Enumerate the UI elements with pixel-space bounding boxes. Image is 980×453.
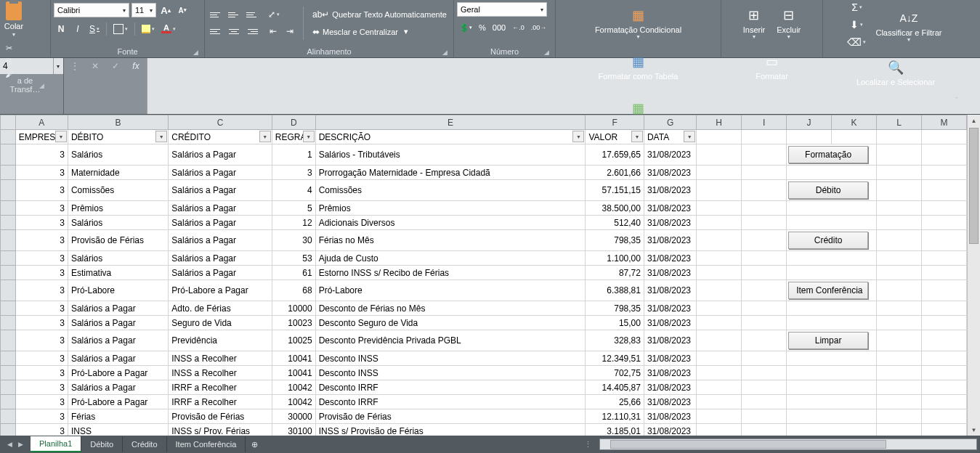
col-header-j[interactable]: J [787,115,832,130]
cell[interactable]: 3 [15,301,68,316]
cancel-formula-button[interactable]: ✕ [89,58,102,74]
cell[interactable]: 3 [15,251,68,266]
cell[interactable]: Desconto INSS [315,351,586,366]
cell[interactable]: 30000 [272,409,315,424]
clear-button[interactable]: ⌫▾ [845,35,868,49]
cell[interactable]: 31/08/2023 [644,144,696,166]
cell[interactable]: Adto. de Férias [169,301,272,316]
cell[interactable]: 798,35 [586,230,644,251]
row-header[interactable] [1,424,16,436]
cell[interactable]: Desconto Previdência Privada PGBL [315,330,586,351]
cell[interactable]: 25,66 [586,395,644,409]
align-left-button[interactable] [208,24,224,38]
scroll-up-icon[interactable]: ▲ [968,115,980,126]
format-as-table-button[interactable]: ▦ Formatar como Tabela▼ [594,46,683,90]
cell[interactable]: Salários a Pagar [68,351,168,366]
cell[interactable]: Comissões [315,180,586,201]
worksheet-button-limpar[interactable]: Limpar [788,332,868,349]
cell[interactable]: Salários a Pagar [68,301,168,316]
increase-decimal-button[interactable]: ←.0 [510,20,527,35]
cell[interactable]: INSS a Recolher [169,366,272,380]
cell[interactable]: INSS [68,424,168,436]
cell[interactable]: 14.405,87 [586,380,644,395]
clipboard-launcher[interactable]: ◢ [37,81,46,90]
cell[interactable]: 12 [272,216,315,230]
cell[interactable]: 57.151,15 [586,180,644,201]
cell[interactable]: 1.100,00 [586,251,644,266]
cell[interactable]: Salários a Pagar [169,201,272,216]
col-header-d[interactable]: D [272,115,315,130]
row-header[interactable] [1,395,16,409]
cell[interactable]: Estorno INSS s/ Recibo de Férias [315,266,586,280]
spreadsheet-grid[interactable]: A B C D E F G H I J K L M EMPRESA▼DÉBITO… [0,115,967,436]
row-header[interactable] [1,130,16,144]
vertical-scrollbar[interactable]: ▲ ▼ [967,115,980,436]
cell[interactable]: 3 [15,266,68,280]
cell[interactable]: 31/08/2023 [644,201,696,216]
cell[interactable]: Adicionais Diversos [315,216,586,230]
cell[interactable]: 68 [272,280,315,301]
confirm-formula-button[interactable]: ✓ [109,58,122,74]
cell[interactable]: Provisão de Férias [68,230,168,251]
cell[interactable]: Desconto de Férias no Mês [315,301,586,316]
col-header-f[interactable]: F [586,115,644,130]
cell[interactable]: 31/08/2023 [644,424,696,436]
cell[interactable]: Desconto IRRF [315,380,586,395]
row-header[interactable] [1,180,16,201]
tab-nav-next[interactable]: ▶ [18,441,23,448]
cell[interactable]: 31/08/2023 [644,409,696,424]
increase-indent-button[interactable]: ⇥ [283,24,297,38]
cell[interactable]: INSS s/ Prov. Férias [169,424,272,436]
row-header[interactable] [1,409,16,424]
cell[interactable]: 3 [15,316,68,330]
row-header[interactable] [1,280,16,301]
cell[interactable]: 3 [15,201,68,216]
cell[interactable]: Provisão de Férias [169,409,272,424]
paste-button[interactable]: Colar ▼ [3,0,25,37]
cell[interactable]: 31/08/2023 [644,395,696,409]
cell[interactable]: 3 [15,380,68,395]
cell[interactable]: Salários [68,144,168,166]
cell[interactable]: 31/08/2023 [644,366,696,380]
cell[interactable]: Provisão de Férias [315,409,586,424]
cell[interactable]: Previdência [169,330,272,351]
cell[interactable]: Pró-Labore a Pagar [68,395,168,409]
row-header[interactable] [1,166,16,180]
font-launcher[interactable]: ◢ [191,48,200,57]
cell[interactable]: 6.388,81 [586,280,644,301]
cell[interactable]: 512,40 [586,216,644,230]
row-header[interactable] [1,366,16,380]
cell[interactable]: INSS a Recolher [169,351,272,366]
filter-button[interactable]: ▼ [259,131,271,142]
delete-cells-button[interactable]: ⊟ Excluir▼ [772,0,805,44]
font-size-combo[interactable]: 11▾ [131,3,156,17]
cell[interactable]: 53 [272,251,315,266]
cell[interactable]: Salários [68,216,168,230]
row-header[interactable] [1,316,16,330]
col-header-g[interactable]: G [644,115,696,130]
worksheet-button-formatação[interactable]: Formatação [788,146,868,163]
cell[interactable]: Ajuda de Custo [315,251,586,266]
cell[interactable]: 3 [15,330,68,351]
format-cells-button[interactable]: ▭ Formatar▼ [751,46,793,90]
cell[interactable]: Salários a Pagar [169,216,272,230]
cell[interactable]: Salários a Pagar [68,330,168,351]
number-format-combo[interactable]: Geral▾ [457,2,547,17]
cell[interactable]: Maternidade [68,166,168,180]
col-header-m[interactable]: M [921,115,966,130]
cell[interactable]: Férias no Mês [315,230,586,251]
cell[interactable]: 30 [272,230,315,251]
cell[interactable]: 3 [15,280,68,301]
bold-button[interactable]: N [54,22,68,36]
cell[interactable]: 10041 [272,351,315,366]
collapse-ribbon-icon[interactable]: ⌃ [952,95,961,104]
cell[interactable]: 31/08/2023 [644,166,696,180]
fill-color-button[interactable]: ▾ [139,22,157,36]
cut-icon[interactable]: ✂ [3,43,15,53]
cell[interactable]: 3 [15,216,68,230]
row-header[interactable] [1,251,16,266]
comma-style-button[interactable]: 000 [490,20,508,35]
cell[interactable]: Salários a Pagar [169,144,272,166]
accounting-format-button[interactable]: 💲▾ [457,20,474,35]
cell[interactable]: INSS s/ Provisão de Férias [315,424,586,436]
